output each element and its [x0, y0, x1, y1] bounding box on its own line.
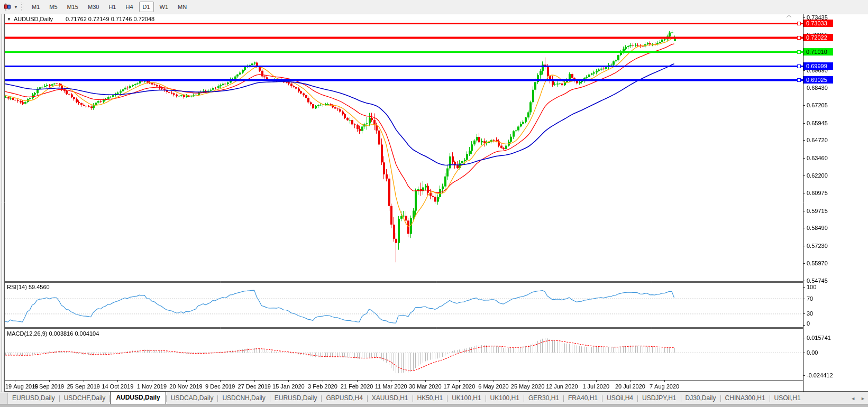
tab-UK100,H1[interactable]: UK100,H1: [486, 393, 524, 404]
timeframe-button-MN[interactable]: MN: [174, 2, 190, 12]
date-axis[interactable]: [4, 380, 868, 392]
main-chart-region[interactable]: [4, 14, 803, 281]
tab-USDCHF,Daily[interactable]: USDCHF,Daily: [60, 393, 110, 404]
tab-USDJPY,H1[interactable]: USDJPY,H1: [638, 393, 680, 404]
tab-CHINA300,H1[interactable]: CHINA300,H1: [721, 393, 770, 404]
tab-GER30,H1[interactable]: GER30,H1: [524, 393, 563, 404]
toolbar-grip[interactable]: [21, 3, 24, 11]
tabs-holder: EURUSD,DailyUSDCHF,DailyAUDUSD,DailyUSDC…: [8, 392, 848, 404]
price-axis[interactable]: [803, 14, 868, 380]
timeframe-button-D1[interactable]: D1: [139, 2, 154, 12]
tab-FRA40,H1[interactable]: FRA40,H1: [564, 393, 602, 404]
toolbar: ▼ M1M5M15M30H1H4D1W1MN: [0, 0, 868, 14]
tab-DJ30,Daily[interactable]: DJ30,Daily: [681, 393, 720, 404]
tab-USOil,H1[interactable]: USOil,H1: [770, 393, 805, 404]
tab-HK50,H1[interactable]: HK50,H1: [413, 393, 447, 404]
timeframe-button-W1[interactable]: W1: [156, 2, 172, 12]
tab-scroll-controls: ◄ ►: [848, 393, 868, 404]
timeframe-button-group: M1M5M15M30H1H4D1W1MN: [27, 2, 191, 12]
tab-XAUUSD,H1[interactable]: XAUUSD,H1: [368, 393, 413, 404]
tab-USDCAD,Daily[interactable]: USDCAD,Daily: [167, 393, 218, 404]
tab-scroll-left-icon[interactable]: ◄: [848, 395, 858, 402]
terminal-window: ▼ M1M5M15M30H1H4D1W1MN ▼ AUDUSD,Daily 0.…: [0, 0, 868, 407]
tab-USDCNH,Daily[interactable]: USDCNH,Daily: [218, 393, 269, 404]
chart-candles-icon[interactable]: [2, 2, 13, 12]
rsi-panel-region[interactable]: [4, 283, 803, 327]
tab-EURUSD,Daily[interactable]: EURUSD,Daily: [270, 393, 322, 404]
timeframe-button-H4[interactable]: H4: [122, 2, 136, 12]
chart-tab-bar: EURUSD,DailyUSDCHF,DailyAUDUSD,DailyUSDC…: [0, 392, 868, 404]
tab-bar-corner: [0, 393, 8, 404]
timeframe-button-M15[interactable]: M15: [63, 2, 82, 12]
timeframe-button-H1[interactable]: H1: [105, 2, 120, 12]
status-strip: [0, 404, 868, 407]
tab-scroll-right-icon[interactable]: ►: [858, 395, 868, 402]
timeframe-button-M30[interactable]: M30: [84, 2, 103, 12]
timeframe-button-M1[interactable]: M1: [28, 2, 43, 12]
macd-panel-region[interactable]: [4, 329, 803, 380]
tab-USOil,H4[interactable]: USOil,H4: [602, 393, 637, 404]
tab-GBPUSD,H4[interactable]: GBPUSD,H4: [322, 393, 367, 404]
tab-UK100,H1[interactable]: UK100,H1: [447, 393, 485, 404]
tab-AUDUSD,Daily[interactable]: AUDUSD,Daily: [110, 392, 166, 404]
chart-type-dropdown-caret[interactable]: ▼: [13, 5, 19, 10]
tab-EURUSD,Daily[interactable]: EURUSD,Daily: [8, 393, 59, 404]
timeframe-button-M5[interactable]: M5: [45, 2, 61, 12]
